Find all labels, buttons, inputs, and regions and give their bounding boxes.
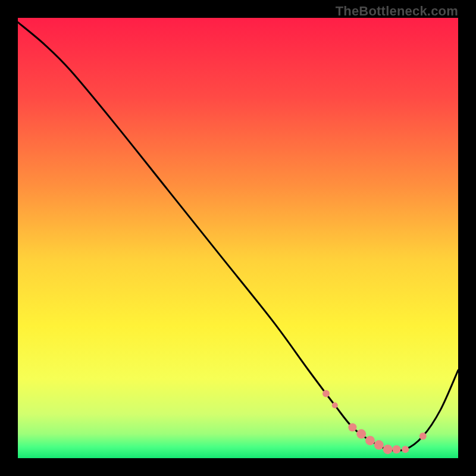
optimal-dot [419,433,427,440]
watermark-text: TheBottleneck.com [336,4,458,19]
plot-area [18,18,458,458]
optimal-dot [322,390,330,397]
chart-frame: TheBottleneck.com [0,0,476,476]
optimal-dot [383,444,393,454]
optimal-dot [365,436,375,445]
curve-layer [18,18,458,458]
optimal-dot [332,402,338,408]
optimal-dot [374,440,384,450]
optimal-dot [392,445,400,453]
optimal-dot [356,429,366,439]
optimal-range-dots [322,390,427,455]
optimal-dot [402,446,409,453]
optimal-dot [348,423,356,431]
bottleneck-curve [18,22,458,450]
